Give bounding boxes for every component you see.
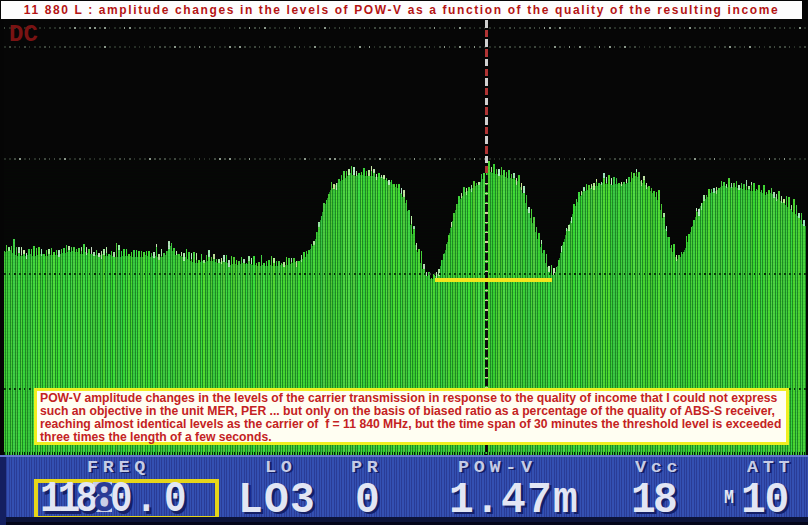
svg-text:DC: DC: [9, 21, 38, 48]
